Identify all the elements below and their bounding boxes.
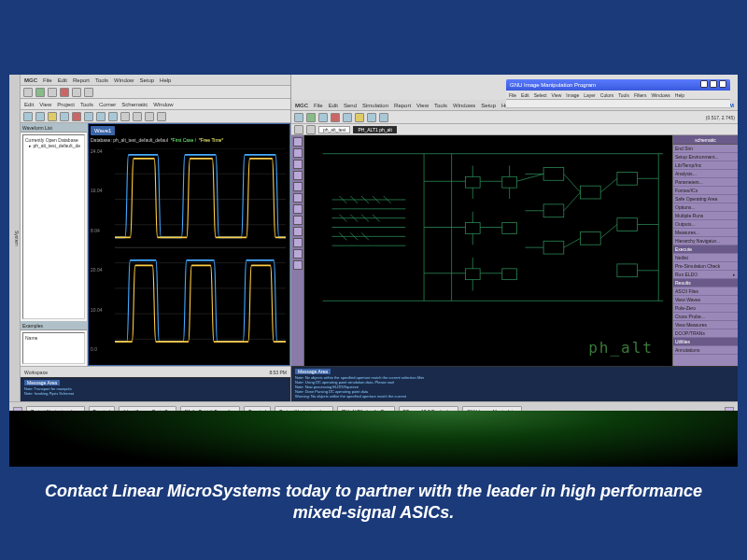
- leftapp-toolbar2[interactable]: [21, 110, 290, 123]
- tool-icon[interactable]: [120, 112, 130, 121]
- tool-icon[interactable]: [331, 113, 340, 122]
- tool-palette[interactable]: [291, 135, 304, 366]
- sidepanel-item[interactable]: Setup Environment...: [673, 153, 738, 161]
- sidepanel-item[interactable]: Pre-Simulation Check: [673, 262, 738, 271]
- tool-icon[interactable]: [84, 112, 93, 121]
- sidepanel-item[interactable]: Lib/Temp/Inc: [673, 161, 738, 170]
- menu-file[interactable]: File: [509, 91, 516, 99]
- sidepanel-item-run[interactable]: Run ELDO▸: [673, 271, 738, 279]
- waveform-panel[interactable]: Wave1 Database: ph_alt_test_default_defa…: [88, 123, 290, 366]
- palette-tool[interactable]: [293, 182, 303, 191]
- sidepanel-item[interactable]: Safe Operating Area: [673, 195, 738, 203]
- tool-icon[interactable]: [306, 113, 316, 122]
- menu-image[interactable]: Image: [566, 91, 579, 99]
- sidepanel-item[interactable]: Multiple Runs: [673, 212, 738, 220]
- tool-icon[interactable]: [72, 88, 81, 97]
- sidepanel-item[interactable]: Parameters...: [673, 178, 738, 187]
- menu-tools[interactable]: Tools: [95, 77, 108, 83]
- tool-icon[interactable]: [48, 88, 57, 97]
- palette-tool[interactable]: [293, 204, 303, 214]
- menu-file[interactable]: File: [43, 77, 52, 83]
- menu-report[interactable]: Report: [73, 77, 90, 83]
- sidepanel-item[interactable]: ASCII Files: [673, 287, 738, 296]
- menu-view[interactable]: View: [552, 91, 562, 99]
- window-buttons[interactable]: [700, 79, 726, 91]
- sidepanel-item[interactable]: Options...: [673, 203, 738, 212]
- nav-tree[interactable]: Currently Open Database ▸ ph_alt_test_de…: [22, 134, 85, 319]
- sidepanel-item[interactable]: View Measures: [673, 321, 738, 329]
- menu-filters[interactable]: Filters: [634, 91, 647, 99]
- tool-icon[interactable]: [367, 113, 376, 122]
- submenu-item[interactable]: Project: [57, 102, 75, 107]
- menu-window[interactable]: Window: [114, 77, 134, 83]
- tool-icon[interactable]: [35, 88, 45, 97]
- tool-icon[interactable]: [294, 113, 303, 122]
- menu-edit[interactable]: Edit: [521, 91, 529, 99]
- palette-tool[interactable]: [293, 260, 303, 270]
- sidepanel-item[interactable]: End Sim: [673, 145, 738, 153]
- rightapp-tabs[interactable]: ph_alt_test PH_ALT1 ph_alt: [291, 124, 738, 135]
- tool-icon[interactable]: [355, 113, 364, 122]
- tool-icon[interactable]: [145, 112, 154, 121]
- desktop-vertical-tabs[interactable]: System: [9, 75, 21, 401]
- tool-icon[interactable]: [23, 112, 33, 121]
- simulation-sidepanel[interactable]: schematic End Sim Setup Environment... L…: [672, 135, 738, 366]
- sidepanel-item[interactable]: Annotations: [673, 346, 738, 355]
- palette-tool[interactable]: [293, 160, 303, 169]
- palette-tool[interactable]: [293, 238, 303, 247]
- tool-icon[interactable]: [35, 112, 45, 121]
- tool-icon[interactable]: [84, 88, 93, 97]
- tool-icon[interactable]: [96, 112, 106, 121]
- sidepanel-item[interactable]: Hierarchy Navigator...: [673, 237, 738, 245]
- tab-right[interactable]: PH_ALT1 ph_alt: [353, 126, 396, 133]
- leftapp-toolbar[interactable]: [21, 86, 290, 99]
- vtab-system[interactable]: System: [14, 231, 20, 246]
- tool-icon[interactable]: [318, 113, 328, 122]
- gimp-menubar[interactable]: File Edit Select View Image Layer Colors…: [506, 91, 730, 100]
- submenu-item[interactable]: Schematic: [121, 102, 148, 107]
- tool-icon[interactable]: [72, 112, 81, 121]
- menu-tools[interactable]: Tools: [434, 103, 447, 108]
- rightapp-toolbar[interactable]: (0.517, 2.745): [291, 111, 738, 124]
- tree-item[interactable]: ph_alt_test_default_de: [33, 143, 80, 148]
- submenu-item[interactable]: View: [39, 102, 51, 107]
- menu-file[interactable]: File: [314, 103, 323, 108]
- tool-icon[interactable]: [157, 112, 166, 121]
- sidepanel-item[interactable]: Analysis...: [673, 170, 738, 178]
- tool-icon[interactable]: [306, 125, 316, 134]
- tool-icon[interactable]: [60, 112, 69, 121]
- sidepanel-item[interactable]: View Waves: [673, 296, 738, 304]
- menu-setup[interactable]: Setup: [139, 77, 154, 83]
- menu-windows[interactable]: Windows: [652, 91, 670, 99]
- palette-tool[interactable]: [293, 148, 303, 158]
- sidepanel-item[interactable]: DCOP/TRANs: [673, 329, 738, 338]
- tool-icon[interactable]: [379, 113, 388, 122]
- leftapp-menubar[interactable]: MGC File Edit Report Tools Window Setup …: [21, 75, 290, 86]
- menu-select[interactable]: Select: [534, 91, 547, 99]
- tab-left[interactable]: ph_alt_test: [318, 126, 350, 133]
- tool-icon[interactable]: [133, 112, 142, 121]
- sidepanel-item[interactable]: Forces/ICs: [673, 187, 738, 195]
- tool-icon[interactable]: [23, 88, 33, 97]
- submenu-item[interactable]: Edit: [24, 102, 34, 107]
- menu-windows[interactable]: Windows: [453, 103, 475, 108]
- menu-view[interactable]: View: [416, 103, 429, 108]
- menu-help[interactable]: Help: [160, 77, 171, 83]
- sidepanel-item[interactable]: Cross Probe...: [673, 313, 738, 321]
- sidepanel-item[interactable]: Pole-Zero: [673, 304, 738, 313]
- menu-edit[interactable]: Edit: [329, 103, 338, 108]
- menu-edit[interactable]: Edit: [58, 77, 67, 83]
- palette-tool[interactable]: [293, 249, 303, 259]
- palette-tool[interactable]: [293, 193, 303, 203]
- submenu-item[interactable]: Window: [153, 102, 173, 107]
- tool-icon[interactable]: [60, 88, 69, 97]
- sidepanel-item[interactable]: Measures...: [673, 229, 738, 237]
- menu-simulation[interactable]: Simulation: [362, 103, 388, 108]
- tool-icon[interactable]: [343, 113, 352, 122]
- menu-help[interactable]: Help: [675, 91, 684, 99]
- menu-setup[interactable]: Setup: [481, 103, 496, 108]
- sidepanel-item[interactable]: Outputs...: [673, 220, 738, 229]
- menu-tools[interactable]: Tools: [618, 91, 629, 99]
- sidepanel-item[interactable]: Netlist: [673, 254, 738, 262]
- examples-box[interactable]: Name: [22, 332, 85, 364]
